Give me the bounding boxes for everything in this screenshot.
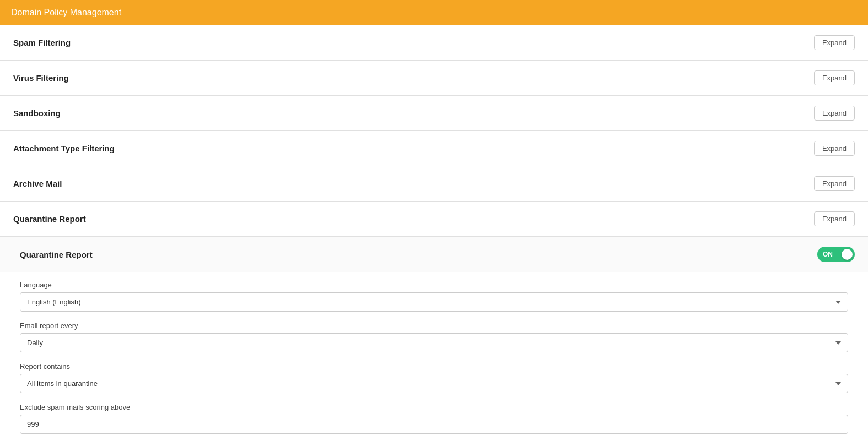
toggle-on-label: ON xyxy=(823,251,833,258)
sandboxing-label: Sandboxing xyxy=(13,108,61,118)
spam-filtering-label: Spam Filtering xyxy=(13,38,71,47)
report-contains-select[interactable]: All items in quarantine Only unread item… xyxy=(20,374,848,393)
spam-filtering-expand-button[interactable]: Expand xyxy=(814,35,855,50)
language-label: Language xyxy=(20,281,848,289)
exclude-spam-input[interactable] xyxy=(20,415,848,434)
report-contains-label: Report contains xyxy=(20,362,848,371)
archive-mail-row: Archive Mail Expand xyxy=(0,166,868,202)
title-bar: Domain Policy Management xyxy=(0,0,868,25)
quarantine-report-expanded-header: Quarantine Report ON xyxy=(0,237,868,272)
sandboxing-row: Sandboxing Expand xyxy=(0,96,868,131)
quarantine-report-toggle[interactable]: ON xyxy=(817,247,855,262)
virus-filtering-expand-button[interactable]: Expand xyxy=(814,70,855,85)
archive-mail-expand-button[interactable]: Expand xyxy=(814,176,855,191)
content-area: Spam Filtering Expand Virus Filtering Ex… xyxy=(0,25,868,441)
quarantine-report-row: Quarantine Report Expand xyxy=(0,202,868,237)
report-contains-group: Report contains All items in quarantine … xyxy=(20,362,848,393)
language-group: Language English (English) French (Franç… xyxy=(20,281,848,312)
exclude-spam-group: Exclude spam mails scoring above xyxy=(20,403,848,434)
quarantine-report-label: Quarantine Report xyxy=(13,214,86,224)
virus-filtering-label: Virus Filtering xyxy=(13,73,69,83)
attachment-type-filtering-expand-button[interactable]: Expand xyxy=(814,141,855,156)
attachment-type-filtering-label: Attachment Type Filtering xyxy=(13,144,115,153)
main-window: Domain Policy Management Spam Filtering … xyxy=(0,0,868,441)
quarantine-report-expanded-label: Quarantine Report xyxy=(20,250,93,259)
quarantine-report-expand-button[interactable]: Expand xyxy=(814,211,855,226)
virus-filtering-row: Virus Filtering Expand xyxy=(0,61,868,96)
exclude-spam-label: Exclude spam mails scoring above xyxy=(20,403,848,411)
spam-filtering-row: Spam Filtering Expand xyxy=(0,25,868,61)
attachment-type-filtering-row: Attachment Type Filtering Expand xyxy=(0,131,868,166)
archive-mail-label: Archive Mail xyxy=(13,179,62,188)
language-select[interactable]: English (English) French (Français) Germ… xyxy=(20,292,848,312)
quarantine-report-expanded: Quarantine Report ON Language English (E… xyxy=(0,237,868,441)
quarantine-report-body: Language English (English) French (Franç… xyxy=(0,272,868,441)
email-report-select[interactable]: Daily Weekly Monthly xyxy=(20,333,848,352)
toggle-knob xyxy=(842,249,853,260)
email-report-label: Email report every xyxy=(20,322,848,330)
page-title: Domain Policy Management xyxy=(11,8,121,17)
email-report-group: Email report every Daily Weekly Monthly xyxy=(20,322,848,352)
quarantine-report-toggle-container: ON xyxy=(817,247,855,262)
sandboxing-expand-button[interactable]: Expand xyxy=(814,106,855,121)
